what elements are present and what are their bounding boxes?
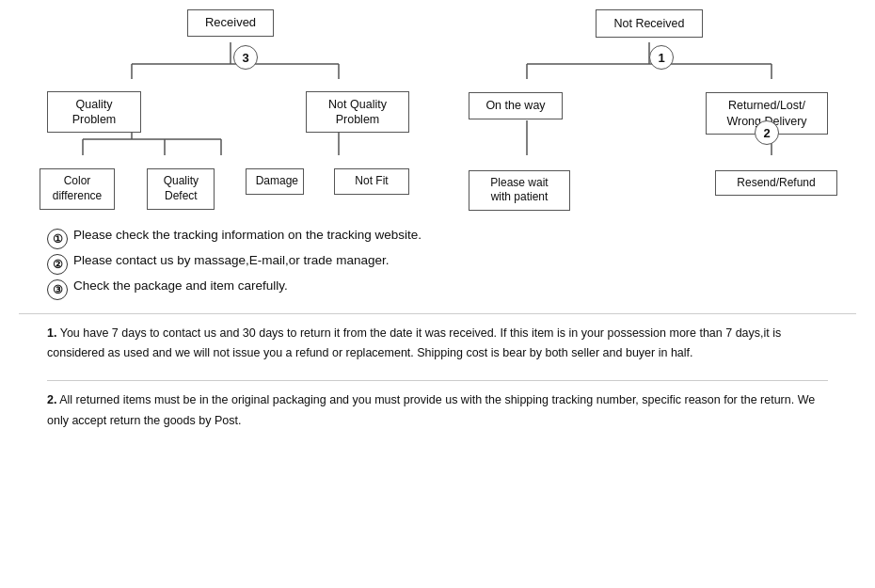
instruction-text-2: Please contact us by massage,E-mail,or t… (73, 253, 389, 267)
divider-1 (19, 313, 856, 314)
badge-1: 1 (649, 45, 674, 70)
quality-defect-box: QualityDefect (147, 168, 215, 209)
not-fit-box: Not Fit (334, 168, 409, 195)
num-text-2: All returned items must be in the origin… (47, 393, 815, 426)
on-the-way-box: On the way (469, 92, 563, 119)
instructions-section: ① Please check the tracking information … (19, 228, 856, 300)
color-difference-box: Colordifference (40, 168, 115, 209)
instruction-2: ② Please contact us by massage,E-mail,or… (47, 253, 828, 275)
received-box: Received (187, 9, 274, 37)
instruction-3: ③ Check the package and item carefully. (47, 278, 828, 300)
numbered-item-2: 2. All returned items must be in the ori… (47, 390, 828, 431)
num-text-1: You have 7 days to contact us and 30 day… (47, 326, 781, 359)
numbered-item-1: 1. You have 7 days to contact us and 30 … (47, 324, 828, 364)
divider-2 (47, 380, 828, 381)
instruction-badge-2: ② (47, 254, 68, 275)
instruction-text-1: Please check the tracking information on… (73, 228, 422, 242)
flowchart: Received 3 Quality Problem Not (19, 9, 856, 211)
badge-2: 2 (755, 120, 779, 145)
please-wait-box: Please wait with patient (469, 170, 570, 211)
resend-refund-box: Resend/Refund (715, 170, 837, 197)
num-label-2: 2. (47, 393, 56, 406)
instruction-badge-3: ③ (47, 279, 68, 300)
not-received-box: Not Received (596, 9, 702, 38)
numbered-section: 1. You have 7 days to contact us and 30 … (19, 324, 856, 431)
left-flow-section: Received 3 Quality Problem Not (28, 9, 433, 210)
not-quality-problem-box: Not Quality Problem (306, 91, 409, 134)
num-label-1: 1. (47, 326, 56, 340)
instruction-text-3: Check the package and item carefully. (73, 278, 288, 293)
badge-3: 3 (233, 45, 258, 70)
instruction-badge-1: ① (47, 229, 68, 249)
damage-box: Damage (246, 168, 304, 195)
page-wrapper: Received 3 Quality Problem Not (0, 0, 875, 467)
instruction-1: ① Please check the tracking information … (47, 228, 828, 249)
right-flow-section: Not Received 1 On the way Returned/Lost (452, 9, 847, 211)
quality-problem-box: Quality Problem (47, 91, 141, 134)
